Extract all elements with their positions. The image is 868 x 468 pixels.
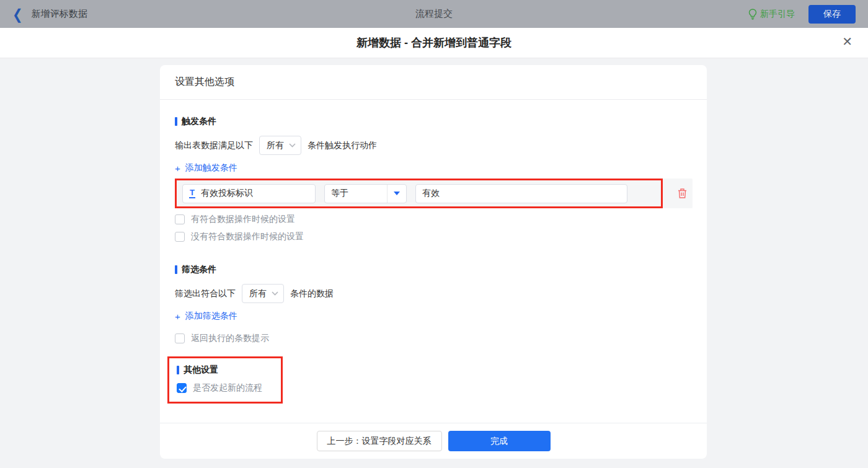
- new-flow-checkbox-row: 是否发起新的流程: [177, 382, 273, 394]
- modal-header: 新增数据 - 合并新增到普通字段 ✕: [0, 28, 868, 58]
- beginner-guide-label: 新手引导: [760, 9, 795, 20]
- section-bar-icon: [175, 265, 177, 274]
- filter-section: 筛选条件 筛选出符合以下 所有 条件的数据 +: [175, 264, 692, 345]
- add-filter-condition-link[interactable]: + 添加筛选条件: [175, 311, 237, 322]
- trigger-match-mode-value: 所有: [267, 140, 284, 151]
- lightbulb-icon: [748, 9, 757, 20]
- filter-section-title: 筛选条件: [175, 264, 692, 275]
- card-body: 触发条件 输出表数据满足以下 所有 条件触发执行动作 + 添加触发条件: [160, 100, 707, 423]
- add-trigger-condition-label: 添加触发条件: [185, 162, 237, 174]
- filter-sentence-suffix: 条件的数据: [290, 288, 334, 299]
- filter-sentence-prefix: 筛选出符合以下: [175, 288, 236, 299]
- trigger-match-mode-select[interactable]: 所有: [259, 136, 301, 155]
- add-filter-condition-label: 添加筛选条件: [185, 311, 237, 322]
- filter-sentence: 筛选出符合以下 所有 条件的数据: [175, 284, 692, 303]
- top-bar-right: 新手引导 保存: [595, 5, 856, 24]
- has-match-label: 有符合数据操作时候的设置: [191, 214, 295, 225]
- plus-icon: +: [175, 312, 180, 321]
- section-bar-icon: [177, 366, 179, 374]
- flow-submit-title: 流程提交: [273, 8, 595, 20]
- top-bar-left: ❮ 新增评标数据: [12, 8, 273, 20]
- has-match-checkbox-row: 有符合数据操作时候的设置: [175, 213, 692, 226]
- condition-annotation-box: T 等于: [175, 179, 663, 208]
- section-bar-icon: [175, 117, 177, 126]
- trigger-section-title: 触发条件: [175, 116, 692, 127]
- options-card: 设置其他选项 触发条件 输出表数据满足以下 所有 条件触发执行动作: [160, 65, 707, 459]
- done-button[interactable]: 完成: [448, 431, 551, 451]
- condition-field-input[interactable]: [201, 188, 313, 198]
- other-settings-annotation-box: 其他设置 是否发起新的流程: [167, 356, 283, 404]
- trigger-sentence: 输出表数据满足以下 所有 条件触发执行动作: [175, 136, 692, 155]
- trigger-section-label: 触发条件: [182, 116, 216, 127]
- modal-body: 设置其他选项 触发条件 输出表数据满足以下 所有 条件触发执行动作: [0, 58, 868, 468]
- trigger-sentence-prefix: 输出表数据满足以下: [175, 140, 253, 151]
- condition-field-input-wrap: T: [182, 184, 316, 203]
- no-match-checkbox-row: 没有符合数据操作时候的设置: [175, 231, 692, 243]
- delete-condition-icon[interactable]: [677, 188, 688, 199]
- chevron-down-icon: [289, 143, 296, 148]
- plus-icon: +: [175, 164, 180, 173]
- condition-operator-value: 等于: [325, 188, 387, 199]
- count-hint-checkbox-row: 返回执行的条数提示: [175, 332, 692, 345]
- card-footer: 上一步：设置字段对应关系 完成: [160, 423, 707, 459]
- previous-step-button[interactable]: 上一步：设置字段对应关系: [317, 431, 442, 451]
- new-flow-checkbox[interactable]: [177, 383, 187, 393]
- no-match-label: 没有符合数据操作时候的设置: [191, 231, 304, 242]
- other-section-title: 其他设置: [177, 364, 273, 376]
- count-hint-checkbox[interactable]: [175, 333, 185, 343]
- new-flow-label: 是否发起新的流程: [193, 382, 262, 394]
- text-type-icon: T: [189, 188, 195, 198]
- other-section-label: 其他设置: [184, 364, 218, 376]
- condition-value-input[interactable]: [415, 184, 627, 203]
- page: ❮ 新增评标数据 流程提交 新手引导 保存 新增数据 - 合并新增到普通字段 ✕: [0, 0, 868, 468]
- top-bar: ❮ 新增评标数据 流程提交 新手引导 保存: [0, 0, 868, 28]
- condition-operator-select[interactable]: 等于: [324, 184, 407, 203]
- modal-title: 新增数据 - 合并新增到普通字段: [356, 35, 512, 50]
- no-match-checkbox[interactable]: [175, 232, 185, 242]
- filter-match-mode-select[interactable]: 所有: [242, 284, 284, 303]
- has-match-checkbox[interactable]: [175, 214, 185, 224]
- beginner-guide-link[interactable]: 新手引导: [748, 9, 795, 20]
- filter-match-mode-value: 所有: [249, 288, 267, 299]
- trigger-condition-row: T 等于: [175, 179, 693, 208]
- card-header: 设置其他选项: [160, 65, 707, 100]
- close-icon[interactable]: ✕: [842, 35, 852, 48]
- trigger-sentence-suffix: 条件触发执行动作: [308, 140, 377, 151]
- add-trigger-condition-link[interactable]: + 添加触发条件: [175, 162, 237, 174]
- save-button[interactable]: 保存: [808, 5, 856, 24]
- back-icon[interactable]: ❮: [12, 7, 23, 21]
- page-title: 新增评标数据: [32, 8, 87, 20]
- caret-down-icon: [387, 185, 406, 203]
- count-hint-label: 返回执行的条数提示: [191, 333, 269, 344]
- filter-section-label: 筛选条件: [182, 264, 216, 275]
- chevron-down-icon: [272, 291, 278, 296]
